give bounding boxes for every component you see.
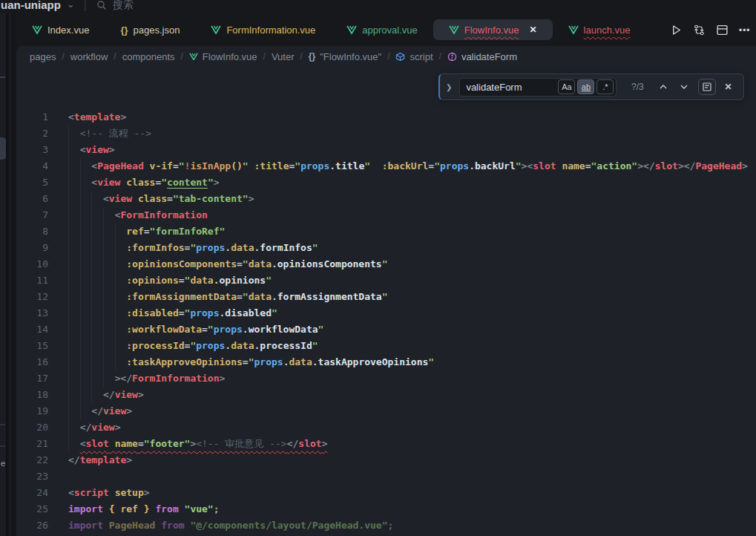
line-number: 2 <box>16 125 48 142</box>
tab-label: Index.vue <box>47 24 89 36</box>
tab-FlowInfo.vue[interactable]: FlowInfo.vue✕ <box>433 19 553 40</box>
code-line: 10 :opinionsComponents="data.opinionsCom… <box>16 256 756 272</box>
whole-word-button[interactable]: ab <box>577 79 594 94</box>
match-case-button[interactable]: Aa <box>558 79 575 94</box>
divider: | <box>84 0 87 12</box>
find-results-count: ?/3 <box>617 82 658 92</box>
code-line: 14 :workflowData="props.workflowData" <box>16 321 756 338</box>
code-line: 1<template> <box>16 109 756 125</box>
code-line: 8 ref="formInfoRef" <box>16 223 756 240</box>
breadcrumb-item-script[interactable]: script <box>395 51 433 62</box>
breadcrumb-separator: / <box>300 51 303 62</box>
breadcrumb: pages/workflow/components/FlowInfo.vue/V… <box>16 46 756 67</box>
tab-Index.vue[interactable]: Index.vue <box>16 19 105 40</box>
line-number: 13 <box>16 305 48 321</box>
selection-icon <box>702 82 712 92</box>
line-number: 10 <box>16 256 48 272</box>
line-number: 12 <box>16 289 48 305</box>
split-editor-button[interactable] <box>716 24 729 36</box>
svg-text:ƒ: ƒ <box>450 53 454 60</box>
vue-icon <box>346 25 357 34</box>
code-line: 2 <!-- 流程 --> <box>16 125 756 142</box>
line-number: 3 <box>16 142 48 158</box>
tab-FormInformation.vue[interactable]: FormInformation.vue <box>195 19 331 40</box>
code-line: 4 <PageHead v-if="!isInApp()" :title="pr… <box>16 158 756 174</box>
code-line: 22</template> <box>16 452 756 468</box>
line-number: 8 <box>16 223 48 240</box>
find-in-selection-button[interactable] <box>698 79 716 95</box>
code-line: 25import { ref } from "vue"; <box>16 501 756 517</box>
more-actions-button[interactable]: ••• <box>739 24 750 36</box>
find-close-button[interactable]: ✕ <box>724 82 732 92</box>
breadcrumb-item-workflow[interactable]: workflow <box>70 51 108 62</box>
code-line: 6 <view class="tab-content"> <box>16 191 756 207</box>
line-number: 1 <box>16 109 48 125</box>
breadcrumb-separator: / <box>181 51 183 62</box>
line-number: 14 <box>16 321 48 338</box>
line-number: 23 <box>16 468 48 485</box>
code-editor[interactable]: 1<template>2 <!-- 流程 -->3 <view>4 <PageH… <box>16 67 756 536</box>
module-icon <box>395 52 405 62</box>
line-number: 15 <box>16 338 48 354</box>
breadcrumb-item-FlowInfovue[interactable]: FlowInfo.vue <box>189 51 257 62</box>
regex-button[interactable]: .* <box>596 79 614 94</box>
find-expand-chevron[interactable]: ❯ <box>446 83 452 91</box>
tab-bar: Index.vue{}pages.jsonFormInformation.vue… <box>16 13 756 46</box>
code-line: 18 </view> <box>16 387 756 403</box>
line-number: 24 <box>16 485 48 501</box>
tab-launch.vue[interactable]: launch.vue <box>553 19 646 40</box>
code-line: 26import PageHead from "@/components/lay… <box>16 517 756 534</box>
vue-icon <box>32 25 42 34</box>
line-number: 4 <box>16 158 48 174</box>
code-line: 19 </view> <box>16 403 756 419</box>
breadcrumb-separator: / <box>62 51 64 62</box>
find-previous-button[interactable] <box>658 82 668 92</box>
close-icon[interactable]: ✕ <box>529 24 536 35</box>
code-line: 23 <box>16 468 756 485</box>
breadcrumb-item-FlowInfovue[interactable]: {}"FlowInfo.vue" <box>309 51 381 62</box>
breadcrumb-separator: / <box>439 51 441 62</box>
tab-label: launch.vue <box>584 24 631 36</box>
vue-icon <box>568 25 579 34</box>
line-number: 6 <box>16 191 48 207</box>
find-input[interactable]: validateForm Aa ab .* <box>459 78 617 97</box>
tab-label: pages.json <box>134 24 180 36</box>
code-line: 5 <view class="content"> <box>16 174 756 191</box>
line-number: 26 <box>16 517 48 534</box>
code-line: 21 <slot name="footer"><!-- 审批意见 --></sl… <box>16 436 756 452</box>
window-title: uan-uniapp <box>1 0 61 11</box>
swap-button[interactable] <box>693 24 706 36</box>
code-line: 17 ></FormInformation> <box>16 370 756 387</box>
search-placeholder: 搜索 <box>113 0 134 12</box>
breadcrumb-separator: / <box>387 51 389 62</box>
global-search[interactable]: 搜索 <box>96 0 134 12</box>
line-number: 21 <box>16 436 48 452</box>
line-number: 22 <box>16 452 48 468</box>
line-number: 16 <box>16 354 48 370</box>
code-line: 12 :formAssignmentData="data.formAssignm… <box>16 289 756 305</box>
tab-approval.vue[interactable]: approval.vue <box>331 19 433 40</box>
code-line: 7 <FormInformation <box>16 207 756 223</box>
line-number: 5 <box>16 174 48 191</box>
run-button[interactable] <box>670 24 683 36</box>
search-icon <box>96 0 107 10</box>
breadcrumb-item-components[interactable]: components <box>122 51 175 62</box>
tab-label: FlowInfo.vue <box>464 24 519 36</box>
method-icon: ƒ <box>447 52 457 62</box>
line-number: 17 <box>16 370 48 387</box>
tab-pages.json[interactable]: {}pages.json <box>105 19 195 40</box>
find-widget: ❯ validateForm Aa ab .* ?/3 ✕ <box>438 73 744 100</box>
find-next-button[interactable] <box>679 82 689 92</box>
line-number: 18 <box>16 387 48 403</box>
code-line: 13 :disabled="props.disabled" <box>16 305 756 321</box>
code-line: 16 :taskApproveOpinions="props.data.task… <box>16 354 756 370</box>
chevron-down-icon[interactable]: ⌄ <box>67 0 75 10</box>
breadcrumb-separator: / <box>114 51 116 62</box>
line-number: 9 <box>16 240 48 256</box>
code-line: 15 :processId="props.data.processId" <box>16 338 756 354</box>
editor-panel: pages/workflow/components/FlowInfo.vue/V… <box>16 46 756 536</box>
breadcrumb-item-Vuter[interactable]: Vuter <box>272 51 295 62</box>
breadcrumb-item-validateForm[interactable]: ƒvalidateForm <box>447 51 517 62</box>
breadcrumb-item-pages[interactable]: pages <box>30 51 56 62</box>
tab-label: FormInformation.vue <box>226 24 315 36</box>
